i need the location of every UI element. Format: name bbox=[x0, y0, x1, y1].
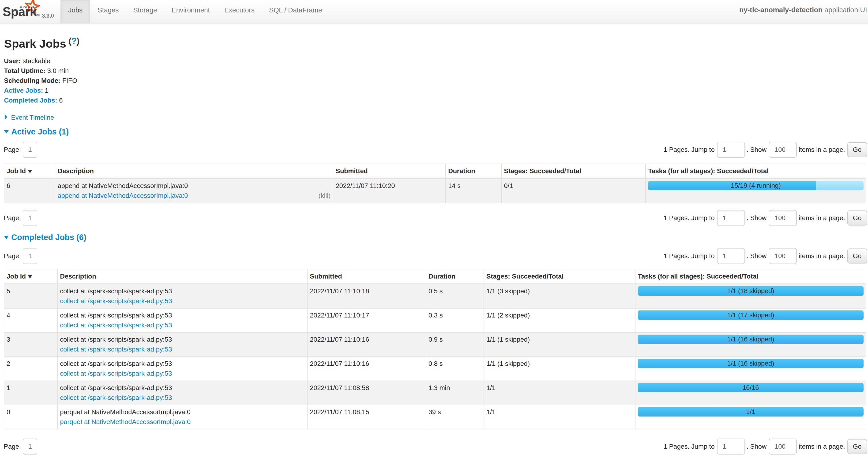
svg-text:Spark: Spark bbox=[3, 4, 37, 19]
svg-text:TM: TM bbox=[37, 14, 40, 16]
